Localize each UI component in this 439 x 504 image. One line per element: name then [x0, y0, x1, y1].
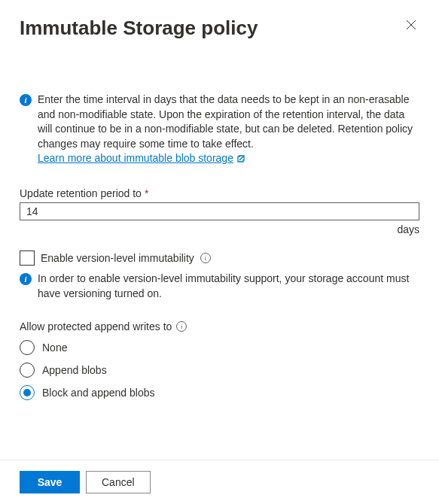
info-body: Enter the time interval in days that the…	[38, 93, 413, 150]
cancel-button[interactable]: Cancel	[86, 471, 151, 493]
retention-label: Update retention period to *	[20, 187, 419, 199]
radio-label-block-append: Block and append blobs	[42, 387, 154, 399]
close-button[interactable]	[403, 17, 419, 35]
info-icon: i	[20, 94, 32, 106]
version-immutability-info-text: In order to enable version-level immutab…	[38, 272, 419, 301]
close-icon	[406, 20, 416, 30]
radio-block-append[interactable]	[20, 385, 35, 400]
retention-unit: days	[20, 223, 419, 235]
version-immutability-checkbox[interactable]	[20, 250, 35, 266]
learn-more-link[interactable]: Learn more about immutable blob storage	[38, 151, 245, 166]
learn-more-text: Learn more about immutable blob storage	[38, 151, 233, 166]
radio-option-block-append[interactable]: Block and append blobs	[20, 385, 419, 400]
info-icon-wrap: i	[20, 94, 32, 166]
dialog-title: Immutable Storage policy	[20, 17, 258, 40]
version-immutability-label: Enable version-level immutability	[41, 252, 194, 264]
dialog-header: Immutable Storage policy	[20, 17, 419, 40]
version-immutability-row[interactable]: Enable version-level immutability i	[20, 250, 419, 266]
radio-label-append: Append blobs	[42, 364, 107, 376]
info-text: Enter the time interval in days that the…	[38, 93, 419, 166]
radio-option-append[interactable]: Append blobs	[20, 363, 419, 378]
save-button[interactable]: Save	[20, 471, 80, 493]
append-writes-label: Allow protected append writes to i	[20, 320, 419, 332]
retention-input[interactable]	[20, 202, 419, 220]
radio-label-none: None	[42, 342, 67, 354]
dialog-footer: Save Cancel	[0, 460, 439, 504]
info-icon-wrap: i	[20, 273, 32, 301]
version-immutability-info: i In order to enable version-level immut…	[20, 272, 419, 301]
radio-none[interactable]	[20, 340, 35, 355]
info-callout: i Enter the time interval in days that t…	[20, 93, 419, 166]
external-link-icon	[236, 154, 245, 163]
radio-option-none[interactable]: None	[20, 340, 419, 355]
info-icon: i	[20, 273, 32, 285]
required-star: *	[145, 187, 148, 199]
tooltip-icon[interactable]: i	[200, 253, 211, 263]
tooltip-icon[interactable]: i	[176, 321, 187, 332]
retention-field: Update retention period to * days	[20, 187, 419, 235]
radio-append[interactable]	[20, 363, 35, 378]
